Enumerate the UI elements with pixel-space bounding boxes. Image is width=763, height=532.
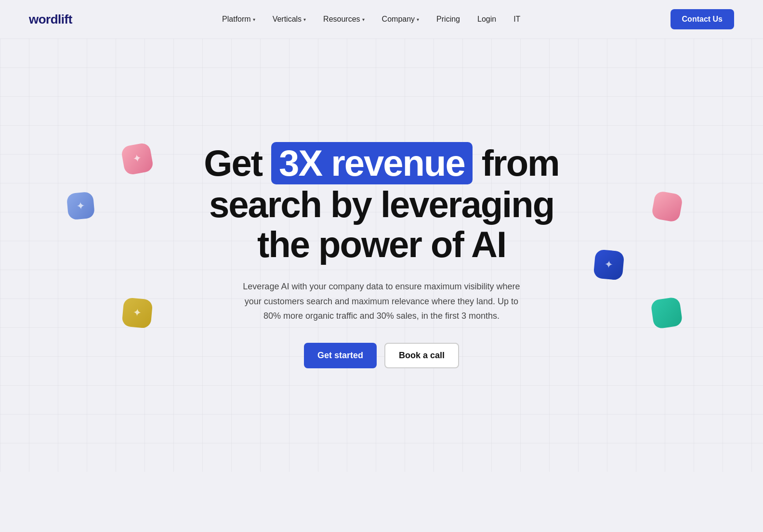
nav-item-it[interactable]: IT <box>513 15 520 24</box>
nav-link-company[interactable]: Company ▾ <box>382 15 419 24</box>
nav-link-platform[interactable]: Platform ▾ <box>222 15 255 24</box>
nav-link-pricing[interactable]: Pricing <box>436 15 460 24</box>
hero-content: Get 3X revenue fromsearch by leveragingt… <box>204 142 559 368</box>
contact-us-button[interactable]: Contact Us <box>671 9 734 29</box>
nav-link-login[interactable]: Login <box>477 15 496 24</box>
nav-link-it[interactable]: IT <box>513 15 520 24</box>
nav-item-login[interactable]: Login <box>477 15 496 24</box>
nav-item-verticals[interactable]: Verticals ▾ <box>273 15 306 24</box>
nav-link-platform-label: Platform <box>222 15 251 24</box>
hero-title-start: Get <box>204 143 271 183</box>
resources-chevron-icon: ▾ <box>362 17 365 22</box>
decorative-square-yellow-bottom-left: ✦ <box>121 297 153 328</box>
nav-item-pricing[interactable]: Pricing <box>436 15 460 24</box>
book-call-button[interactable]: Book a call <box>384 343 459 368</box>
decorative-square-green-bottom-right <box>650 297 683 329</box>
nav-item-resources[interactable]: Resources ▾ <box>323 15 364 24</box>
decorative-square-blue-right: ✦ <box>593 249 624 280</box>
decorative-square-pink-right <box>651 190 683 222</box>
nav-item-platform[interactable]: Platform ▾ <box>222 15 255 24</box>
logo-text: wordlift <box>29 12 72 27</box>
logo[interactable]: wordlift <box>29 12 72 27</box>
hero-subtitle: Leverage AI with your company data to en… <box>242 279 521 324</box>
nav-link-it-label: IT <box>513 15 520 24</box>
nav-link-company-label: Company <box>382 15 415 24</box>
hero-section: ✦ ✦ ✦ ✦ Get 3X revenue fromsearch by lev… <box>0 39 763 472</box>
nav-link-login-label: Login <box>477 15 496 24</box>
nav-link-pricing-label: Pricing <box>436 15 460 24</box>
nav-link-verticals[interactable]: Verticals ▾ <box>273 15 306 24</box>
navbar: wordlift Platform ▾ Verticals ▾ Resource… <box>0 0 763 39</box>
hero-buttons: Get started Book a call <box>204 343 559 368</box>
platform-chevron-icon: ▾ <box>253 17 255 22</box>
nav-link-resources[interactable]: Resources ▾ <box>323 15 364 24</box>
get-started-button[interactable]: Get started <box>304 343 377 368</box>
decorative-square-blue-left: ✦ <box>66 192 95 221</box>
nav-links: Platform ▾ Verticals ▾ Resources ▾ Compa… <box>222 15 520 24</box>
decorative-square-pink-top-left: ✦ <box>120 142 154 176</box>
hero-title-highlight: 3X revenue <box>271 142 473 184</box>
verticals-chevron-icon: ▾ <box>303 17 306 22</box>
company-chevron-icon: ▾ <box>417 17 419 22</box>
nav-link-verticals-label: Verticals <box>273 15 302 24</box>
nav-item-company[interactable]: Company ▾ <box>382 15 419 24</box>
hero-title: Get 3X revenue fromsearch by leveragingt… <box>204 142 559 265</box>
nav-link-resources-label: Resources <box>323 15 360 24</box>
